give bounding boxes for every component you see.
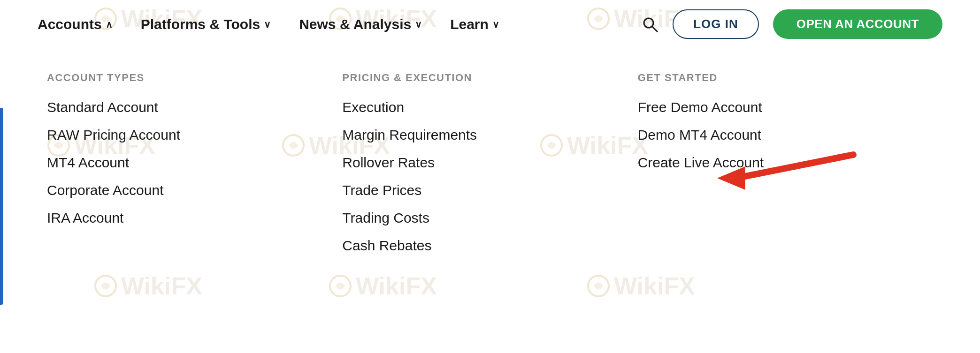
col3-item-1[interactable]: Demo MT4 Account bbox=[638, 126, 905, 144]
col3-header: GET STARTED bbox=[638, 72, 905, 84]
dropdown-panel: ACCOUNT TYPES Standard Account RAW Prici… bbox=[0, 48, 980, 301]
nav-news[interactable]: News & Analysis ∨ bbox=[299, 16, 422, 32]
nav-accounts[interactable]: Accounts ∧ bbox=[38, 16, 113, 32]
learn-chevron-icon: ∨ bbox=[492, 19, 499, 30]
col2-item-1[interactable]: Margin Requirements bbox=[342, 126, 609, 144]
platforms-chevron-icon: ∨ bbox=[264, 19, 271, 30]
nav-left: Accounts ∧ Platforms & Tools ∨ News & An… bbox=[38, 16, 499, 32]
col1-item-2[interactable]: MT4 Account bbox=[47, 153, 314, 172]
dropdown-col-get-started: GET STARTED Free Demo Account Demo MT4 A… bbox=[638, 72, 933, 264]
login-button[interactable]: LOG IN bbox=[673, 9, 759, 39]
col1-header: ACCOUNT TYPES bbox=[47, 72, 314, 84]
col2-item-2[interactable]: Rollover Rates bbox=[342, 153, 609, 172]
accounts-chevron-icon: ∧ bbox=[106, 19, 113, 30]
col2-item-5[interactable]: Cash Rebates bbox=[342, 236, 609, 255]
col3-item-2[interactable]: Create Live Account bbox=[638, 153, 905, 172]
col1-item-4[interactable]: IRA Account bbox=[47, 209, 314, 227]
nav-learn[interactable]: Learn ∨ bbox=[450, 16, 499, 32]
navbar: Accounts ∧ Platforms & Tools ∨ News & An… bbox=[0, 0, 980, 48]
dropdown-col-pricing: PRICING & EXECUTION Execution Margin Req… bbox=[342, 72, 637, 264]
svg-line-10 bbox=[652, 27, 657, 31]
nav-news-label: News & Analysis bbox=[299, 16, 411, 32]
col1-item-3[interactable]: Corporate Account bbox=[47, 181, 314, 199]
open-account-button[interactable]: OPEN AN ACCOUNT bbox=[773, 9, 942, 39]
nav-platforms-label: Platforms & Tools bbox=[141, 16, 260, 32]
search-icon[interactable] bbox=[642, 16, 658, 33]
dropdown-col-account-types: ACCOUNT TYPES Standard Account RAW Prici… bbox=[47, 72, 342, 264]
nav-learn-label: Learn bbox=[450, 16, 489, 32]
col1-item-1[interactable]: RAW Pricing Account bbox=[47, 126, 314, 144]
nav-platforms[interactable]: Platforms & Tools ∨ bbox=[141, 16, 271, 32]
col2-item-0[interactable]: Execution bbox=[342, 98, 609, 116]
nav-right: LOG IN OPEN AN ACCOUNT bbox=[642, 9, 942, 39]
nav-accounts-label: Accounts bbox=[38, 16, 102, 32]
col1-item-0[interactable]: Standard Account bbox=[47, 98, 314, 116]
col2-item-4[interactable]: Trading Costs bbox=[342, 209, 609, 227]
col2-header: PRICING & EXECUTION bbox=[342, 72, 609, 84]
news-chevron-icon: ∨ bbox=[415, 19, 422, 30]
col3-item-0[interactable]: Free Demo Account bbox=[638, 98, 905, 116]
col2-item-3[interactable]: Trade Prices bbox=[342, 181, 609, 199]
